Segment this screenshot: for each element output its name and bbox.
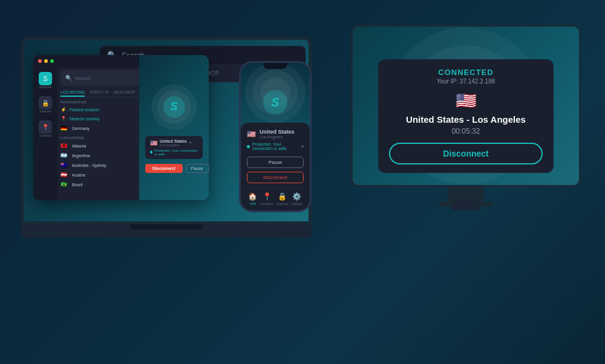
tab-locations[interactable]: LOCATIONS	[60, 89, 85, 97]
sidebar-locations-item[interactable]: 📍 Locations	[39, 120, 52, 137]
fastest-icon: ⚡	[60, 107, 67, 112]
tv-location: United States - Los Angeles	[389, 114, 543, 125]
tv-ip-address: Your IP: 37.142.2.198	[389, 78, 543, 85]
phone-disconnect-button[interactable]: Disconnect	[247, 172, 304, 183]
app-sidebar: S Surfshark 🔒 Features 📍 Locations	[33, 67, 57, 200]
phone-body: S 🇺🇸 United States Los Angeles Protected…	[239, 61, 312, 212]
status-dot	[150, 151, 152, 154]
phone-nav-vpn-label: VPN	[250, 202, 256, 206]
tv-connected-panel: CONNECTED Your IP: 37.142.2.198 🇺🇸 Unite…	[378, 59, 554, 173]
maximize-dot[interactable]	[50, 59, 54, 63]
laptop-body	[21, 224, 312, 238]
panel-logo-letter: S	[170, 100, 177, 113]
panel-circles: S	[150, 83, 198, 131]
sidebar-logo-item: S Surfshark	[39, 72, 52, 89]
tv-stand	[448, 187, 484, 202]
sidebar-features-icon: 🔒	[39, 96, 52, 109]
phone-nav-settings-icon: ⚙️	[292, 192, 301, 201]
connected-info: 🇺🇸 United States Los Angeles ▾ Protected…	[145, 136, 203, 159]
phone-country: United States	[260, 129, 295, 135]
app-window: S Surfshark 🔒 Features 📍 Locations	[33, 55, 209, 200]
close-dot[interactable]	[38, 59, 42, 63]
connected-flag: 🇺🇸	[150, 140, 157, 146]
phone-connection-row: 🇺🇸 United States Los Angeles	[247, 129, 304, 139]
brazil-flag: 🇧🇷	[60, 181, 69, 187]
connected-flag-row: 🇺🇸 United States Los Angeles ▾	[150, 139, 198, 147]
phone-expand-icon[interactable]: ▾	[301, 144, 304, 149]
tv-device: S CONNECTED Your IP: 37.142.2.198 🇺🇸 Uni…	[351, 25, 581, 212]
connected-city: Los Angeles	[160, 143, 187, 147]
minimize-dot[interactable]	[44, 59, 48, 63]
search-icon: 🔍	[65, 75, 72, 81]
phone-panel: 🇺🇸 United States Los Angeles Protected. …	[241, 123, 310, 210]
phone-pause-button[interactable]: Pause	[247, 157, 304, 168]
phone-nav-locations-icon: 📍	[263, 192, 272, 201]
connected-status: Protected. Your connection is safe.	[150, 149, 198, 156]
phone-nav-locations-label: Locations	[260, 202, 273, 206]
status-text: Protected. Your connection is safe.	[154, 149, 198, 156]
tab-multihop[interactable]: MULTIHOP	[114, 89, 136, 97]
albania-flag: 🇦🇱	[60, 143, 69, 149]
austria-flag: 🇦🇹	[60, 172, 69, 178]
tab-static-ip[interactable]: STATIC IP	[90, 89, 109, 97]
nearest-icon: 📍	[60, 116, 67, 122]
phone-nav-features-icon: 🔒	[278, 192, 287, 201]
pause-button[interactable]: Pause	[186, 164, 209, 173]
connected-country: United States	[160, 139, 187, 143]
action-buttons: Disconnect Pause	[145, 164, 203, 173]
tv-connected-label: CONNECTED	[389, 68, 543, 77]
phone-status-dot	[247, 145, 250, 148]
phone-logo: S	[263, 90, 287, 114]
phone-nav-features[interactable]: 🔒 Features	[276, 192, 289, 206]
tv-timer: 00:05:32	[389, 127, 543, 135]
scene: S CONNECTED Your IP: 37.142.2.198 🇺🇸 Uni…	[12, 13, 593, 351]
germany-flag: 🇩🇪	[60, 125, 69, 131]
australia-flag: 🇦🇺	[60, 162, 69, 168]
phone-nav-features-label: Features	[276, 202, 289, 206]
argentina-flag: 🇦🇷	[60, 152, 69, 158]
tv-disconnect-button[interactable]: Disconnect	[389, 143, 543, 164]
phone-status-row: Protected. Your connection is safe. ▾	[247, 142, 304, 151]
sidebar-locations-label: Locations	[39, 134, 51, 137]
phone-nav-settings[interactable]: ⚙️ Settings	[291, 192, 302, 206]
tv-flag: 🇺🇸	[389, 91, 543, 111]
sidebar-features-item[interactable]: 🔒 Features	[39, 96, 52, 113]
phone-status-text: Protected. Your connection is safe.	[252, 142, 299, 151]
disconnect-button[interactable]: Disconnect	[145, 164, 183, 173]
sidebar-logo-icon: S	[39, 72, 52, 85]
phone-nav-settings-label: Settings	[291, 202, 302, 206]
search-placeholder: Search	[75, 76, 90, 81]
sidebar-features-label: Features	[39, 109, 51, 113]
phone-nav-vpn[interactable]: 🏠 VPN	[248, 192, 257, 206]
phone-screen: S 🇺🇸 United States Los Angeles Protected…	[241, 63, 310, 210]
phone-notch	[263, 63, 287, 69]
phone-nav-vpn-icon: 🏠	[248, 192, 257, 201]
phone-logo-letter: S	[271, 96, 279, 109]
sidebar-brand-label: Surfshark	[39, 85, 51, 89]
phone-nav-locations[interactable]: 📍 Locations	[260, 192, 273, 206]
app-connected-panel: S 🇺🇸 United States Los Angeles ▾	[139, 55, 209, 200]
phone-device: S 🇺🇸 United States Los Angeles Protected…	[239, 61, 312, 212]
panel-logo: S	[163, 96, 185, 118]
phone-flag: 🇺🇸	[247, 130, 256, 138]
expand-icon[interactable]: ▾	[189, 140, 192, 145]
laptop-hinge	[130, 224, 203, 229]
tv-screen: S CONNECTED Your IP: 37.142.2.198 🇺🇸 Uni…	[351, 25, 581, 187]
sidebar-locations-icon: 📍	[39, 120, 52, 134]
phone-city: Los Angeles	[260, 135, 295, 139]
surfshark-s-letter: S	[44, 76, 48, 82]
phone-nav: 🏠 VPN 📍 Locations 🔒 Features ⚙️	[247, 188, 304, 206]
